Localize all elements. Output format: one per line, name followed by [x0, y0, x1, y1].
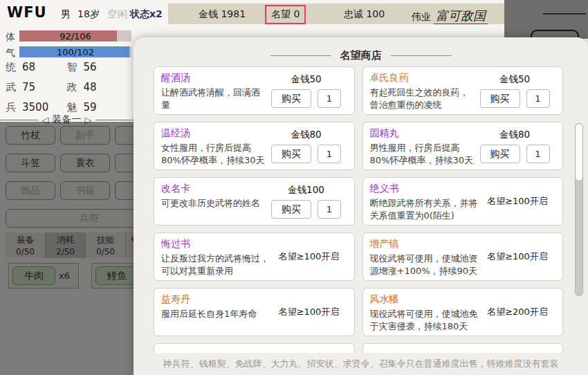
item-name: 绝义书	[370, 183, 480, 195]
item-lock-requirement: 名望≥200开启	[487, 306, 548, 318]
item-description: 女性服用，行房后提高80%怀孕概率，持续30天	[161, 142, 266, 167]
item-lock-requirement: 名望≥100开启	[487, 195, 548, 208]
item-name: 增产镐	[370, 238, 480, 250]
shop-item-card: 益寿丹 服用后延长自身1年寿命 名望≥100开启	[154, 288, 355, 336]
fame-shop-modal: 名望商店 醒酒汤 让醉酒武将清醒，回满酒量 金钱50 购买 1 卓氏良药 有起死…	[134, 37, 588, 375]
item-name: 温经汤	[161, 127, 266, 140]
attr-war: 武75	[6, 81, 67, 94]
shop-item-card: 固精丸 男性服用，行房后提高80%怀孕概率，持续30天 金钱80 购买 1	[362, 122, 564, 170]
item-description: 可更改非历史武将的姓名	[161, 197, 266, 210]
qi-label: 气	[6, 47, 15, 60]
attr-label: 兵	[6, 101, 16, 113]
quantity-button[interactable]: 1	[318, 89, 341, 108]
money-label: 金钱	[199, 8, 218, 19]
item-name: 悔过书	[161, 238, 271, 250]
title-line	[391, 55, 452, 56]
buy-button[interactable]: 购买	[271, 145, 311, 163]
resource-strip: 金钱 1981 名望 0 忠诚 100 伟业富可敌国	[168, 3, 504, 24]
shop-item-grid: 醒酒汤 让醉酒武将清醒，回满酒量 金钱50 购买 1 卓氏良药 有起死回生之效的…	[154, 66, 563, 336]
attr-label: 智	[67, 61, 77, 73]
top-bar: WFU 男 18岁 空闲 状态x2 金钱 1981 名望 0 忠诚 100 伟业…	[0, 0, 588, 28]
item-name: 固精丸	[370, 127, 475, 140]
hp-value: 92/106	[19, 31, 131, 42]
divider-line	[95, 120, 134, 120]
fame-value: 0	[293, 8, 300, 19]
qi-value: 100/102	[19, 47, 131, 57]
attr-value: 56	[84, 61, 97, 73]
attribute-grid: 统68 智56 武75 政48 兵3500 魅59	[0, 61, 134, 114]
achievement-label: 伟业	[412, 11, 431, 22]
item-price: 金钱80	[499, 129, 530, 141]
attr-label: 武	[6, 81, 16, 93]
shop-item-card: 温经汤 女性服用，行房后提高80%怀孕概率，持续30天 金钱80 购买 1	[154, 122, 355, 170]
loyalty-value: 100	[366, 8, 385, 19]
qi-bar-row: 气 100/102	[0, 46, 134, 58]
buy-button[interactable]: 购买	[480, 145, 520, 163]
item-description: 让醉酒武将清醒，回满酒量	[161, 86, 266, 112]
item-price: 金钱80	[291, 129, 321, 141]
shop-item-card: 风水幡 现役武将可使用，使城池免于灾害侵袭，持续180天 名望≥200开启	[362, 288, 564, 336]
shop-item-card: 改名卡 可更改非历史武将的姓名 金钱100 购买 1	[154, 177, 355, 226]
item-description: 让反叛过我方的武将悔过，可以对其重新录用	[161, 253, 271, 278]
attr-politics: 政48	[67, 81, 129, 94]
attr-value: 3500	[22, 101, 48, 113]
quantity-button[interactable]: 1	[526, 89, 550, 108]
item-description: 男性服用，行房后提高80%怀孕概率，持续30天	[370, 142, 475, 167]
hp-bar-row: 体 92/106	[0, 30, 134, 42]
quantity-button[interactable]: 1	[526, 145, 550, 163]
quantity-button[interactable]: 1	[318, 145, 341, 163]
fame-label: 名望	[271, 8, 291, 19]
item-name: 益寿丹	[161, 293, 271, 306]
attr-label: 政	[67, 81, 77, 93]
modal-title-row: 名望商店	[134, 49, 588, 62]
partially-visible-card-row	[154, 343, 563, 353]
item-name: 改名卡	[161, 183, 266, 195]
attr-value: 48	[84, 81, 97, 93]
qi-bar: 100/102	[19, 46, 131, 57]
item-price: 金钱50	[291, 73, 321, 86]
attr-label: 魅	[67, 101, 77, 113]
dimmed-top-right-area	[504, 0, 588, 39]
item-lock-requirement: 名望≥100开启	[279, 306, 340, 318]
hp-bar: 92/106	[19, 30, 131, 42]
partial-shop-card	[362, 343, 564, 353]
item-description: 断绝跟武将所有关系，并将关系值重置为0(陌生)	[370, 197, 480, 223]
money-display: 金钱 1981	[199, 8, 246, 21]
shop-item-card: 醒酒汤 让醉酒武将清醒，回满酒量 金钱50 购买 1	[154, 66, 355, 115]
attr-intellect: 智56	[67, 61, 129, 74]
buy-button[interactable]: 购买	[480, 89, 520, 108]
item-name: 醒酒汤	[161, 72, 266, 84]
modal-dim-overlay	[0, 122, 134, 375]
item-name: 卓氏良药	[370, 72, 475, 84]
modal-scrollbar[interactable]	[575, 123, 583, 296]
character-idle-status: 空闲	[108, 8, 127, 21]
quantity-button[interactable]: 1	[318, 200, 341, 219]
item-price: 金钱100	[288, 184, 324, 196]
attr-troops: 兵3500	[6, 101, 67, 114]
shop-item-card: 卓氏良药 有起死回生之效的良药，曾治愈重伤的凌统 金钱50 购买 1	[362, 66, 564, 115]
buy-button[interactable]: 购买	[271, 200, 311, 219]
achievement-display: 伟业富可敌国	[412, 8, 488, 24]
loyalty-label: 忠诚	[344, 8, 363, 19]
loyalty-display: 忠诚 100	[344, 8, 385, 21]
minimize-dash-icon	[543, 13, 586, 15]
character-gender: 男	[61, 8, 71, 21]
scrollbar-thumb[interactable]	[575, 123, 583, 181]
buy-button[interactable]: 购买	[271, 89, 311, 108]
shop-item-card: 绝义书 断绝跟武将所有关系，并将关系值重置为0(陌生) 名望≥100开启	[362, 177, 564, 226]
item-description: 服用后延长自身1年寿命	[161, 308, 271, 320]
attr-value: 59	[84, 101, 97, 113]
attr-command: 统68	[6, 61, 67, 74]
status-multiplier[interactable]: 状态x2	[130, 8, 163, 21]
attr-label: 统	[6, 61, 16, 73]
divider-line	[0, 120, 39, 120]
item-name: 风水幡	[370, 293, 480, 306]
item-description: 现役武将可使用，使城池资源增涨+100%，持续90天	[370, 253, 480, 278]
game-logo: WFU	[7, 4, 47, 21]
hp-label: 体	[6, 31, 15, 44]
shop-item-card: 悔过书 让反叛过我方的武将悔过，可以对其重新录用 名望≥100开启	[154, 232, 355, 281]
fame-highlight-box[interactable]: 名望 0	[265, 5, 306, 24]
title-line	[270, 55, 331, 56]
partial-shop-card	[154, 343, 355, 353]
item-description: 有起死回生之效的良药，曾治愈重伤的凌统	[370, 86, 475, 112]
